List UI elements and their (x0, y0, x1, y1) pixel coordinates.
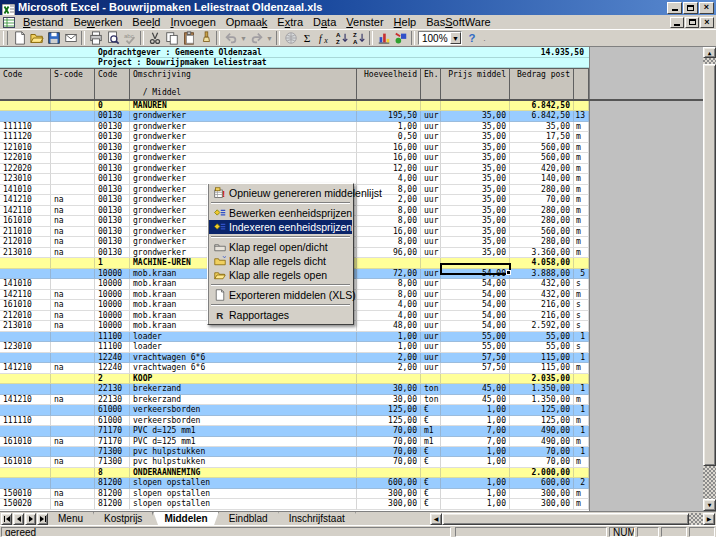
grid-cell[interactable]: 45,00 (441, 384, 510, 394)
scroll-down-button[interactable]: ▼ (703, 499, 716, 511)
grid-cell[interactable]: 00130 (95, 227, 130, 237)
grid-cell[interactable]: m (574, 164, 589, 174)
grid-cell[interactable]: 8,00 (357, 237, 421, 247)
grid-cell[interactable]: 2.000,00 (510, 468, 574, 478)
grid-cell[interactable]: 216,00 (510, 300, 574, 310)
grid-cell[interactable]: 1.350,00 (510, 384, 574, 394)
grid-cell[interactable]: 70,00 (357, 457, 421, 467)
grid-cell[interactable] (0, 384, 51, 394)
grid-cell[interactable]: 71300 (95, 457, 130, 467)
minimize-button[interactable] (667, 2, 682, 14)
grid-cell[interactable]: 70,00 (357, 437, 421, 447)
grid-cell[interactable] (0, 405, 51, 415)
grid-cell[interactable]: 141010 (0, 185, 51, 195)
grid-cell[interactable]: 00130 (95, 195, 130, 205)
grid-cell[interactable] (421, 468, 441, 478)
grid-cell[interactable] (0, 447, 51, 457)
grid-cell[interactable] (0, 353, 51, 363)
grid-cell[interactable] (0, 269, 51, 279)
grid-cell[interactable] (51, 468, 95, 478)
grid-cell[interactable]: 54,00 (441, 321, 510, 331)
grid-cell[interactable] (51, 416, 95, 426)
grid-cell[interactable]: 81200 (95, 478, 130, 488)
grid-cell[interactable]: uur (421, 206, 441, 216)
grid-cell[interactable]: grondwerker (130, 143, 357, 153)
redo-dropdown-arrow[interactable]: ▼ (265, 30, 274, 46)
grid-cell[interactable]: loader (130, 332, 357, 342)
grid-cell[interactable]: 71300 (95, 447, 130, 457)
save-icon[interactable] (45, 30, 62, 46)
grid-cell[interactable]: m1 (421, 437, 441, 447)
grid-cell[interactable]: 150020 (0, 499, 51, 509)
grid-cell[interactable]: slopen opstallen (130, 489, 357, 499)
grid-cell[interactable]: m (574, 227, 589, 237)
grid-cell[interactable]: 1 (574, 353, 589, 363)
print-icon[interactable] (87, 30, 104, 46)
grid-cell[interactable]: 96,00 (357, 248, 421, 258)
grid-cell[interactable]: na (51, 363, 95, 373)
grid-cell[interactable] (441, 101, 510, 111)
context-menu-item[interactable]: Bewerken eenheidsprijzen (209, 206, 352, 220)
grid-cell[interactable]: na (51, 237, 95, 247)
grid-cell[interactable]: ton (421, 384, 441, 394)
grid-cell[interactable]: 1,00 (357, 332, 421, 342)
grid-cell[interactable]: 6.842,50 (510, 111, 574, 121)
grid-cell[interactable]: 1,00 (441, 405, 510, 415)
grid-cell[interactable]: 13 (574, 111, 589, 121)
grid-cell[interactable]: 54,00 (441, 311, 510, 321)
grid-cell[interactable]: m (574, 185, 589, 195)
grid-cell[interactable]: 4,00 (357, 311, 421, 321)
grid-cell[interactable] (574, 258, 589, 268)
grid-cell[interactable]: 300,00 (357, 489, 421, 499)
grid-cell[interactable]: 12,00 (357, 164, 421, 174)
grid-cell[interactable] (421, 374, 441, 384)
grid-cell[interactable]: 1 (574, 332, 589, 342)
grid-cell[interactable]: 55,00 (510, 332, 574, 342)
grid-cell[interactable]: uur (421, 185, 441, 195)
grid-cell[interactable]: 35,00 (441, 164, 510, 174)
grid-cell[interactable]: 161010 (0, 300, 51, 310)
tab-prev-button[interactable] (13, 513, 24, 525)
menu-extra[interactable]: Extra (272, 16, 308, 29)
grid-cell[interactable]: na (51, 499, 95, 509)
grid-cell[interactable]: 213010 (0, 248, 51, 258)
grid-cell[interactable]: 22130 (95, 384, 130, 394)
grid-cell[interactable]: 00130 (95, 143, 130, 153)
grid-cell[interactable] (357, 101, 421, 111)
grid-cell[interactable]: 560,00 (510, 143, 574, 153)
grid-cell[interactable] (441, 374, 510, 384)
grid-cell[interactable]: 560,00 (510, 227, 574, 237)
grid-cell[interactable]: 35,00 (441, 174, 510, 184)
grid-cell[interactable]: 54,00 (441, 290, 510, 300)
grid-cell[interactable]: grondwerker (130, 164, 357, 174)
grid-cell[interactable]: 10000 (95, 279, 130, 289)
grid-cell[interactable]: 7,00 (441, 437, 510, 447)
grid-cell[interactable]: 10000 (95, 311, 130, 321)
grid-cell[interactable]: s (574, 321, 589, 331)
horizontal-scrollbar-thumb[interactable] (442, 513, 689, 525)
grid-cell[interactable]: na (51, 206, 95, 216)
grid-cell[interactable]: 70,00 (357, 426, 421, 436)
grid-cell[interactable]: 45,00 (441, 395, 510, 405)
grid-cell[interactable]: na (51, 248, 95, 258)
context-menu-item[interactable]: Klap regel open/dicht (209, 240, 352, 254)
grid-cell[interactable] (51, 405, 95, 415)
grid-cell[interactable]: na (51, 489, 95, 499)
grid-cell[interactable] (51, 332, 95, 342)
grid-cell[interactable]: 122010 (0, 153, 51, 163)
grid-cell[interactable]: 211010 (0, 227, 51, 237)
grid-cell[interactable]: uur (421, 132, 441, 142)
grid-cell[interactable]: 142110 (0, 290, 51, 300)
grid-cell[interactable]: 300,00 (510, 499, 574, 509)
scroll-up-button[interactable]: ▲ (703, 47, 716, 58)
grid-cell[interactable]: 00130 (95, 237, 130, 247)
grid-cell[interactable]: € (421, 478, 441, 488)
grid-cell[interactable]: 1 (574, 426, 589, 436)
grid-cell[interactable]: uur (421, 342, 441, 352)
grid-cell[interactable] (51, 101, 95, 111)
grid-cell[interactable]: 1 (574, 447, 589, 457)
grid-cell[interactable]: 8,00 (357, 216, 421, 226)
grid-cell[interactable]: 22130 (95, 395, 130, 405)
grid-cell[interactable]: 1,00 (357, 122, 421, 132)
grid-cell[interactable]: 1,00 (441, 499, 510, 509)
